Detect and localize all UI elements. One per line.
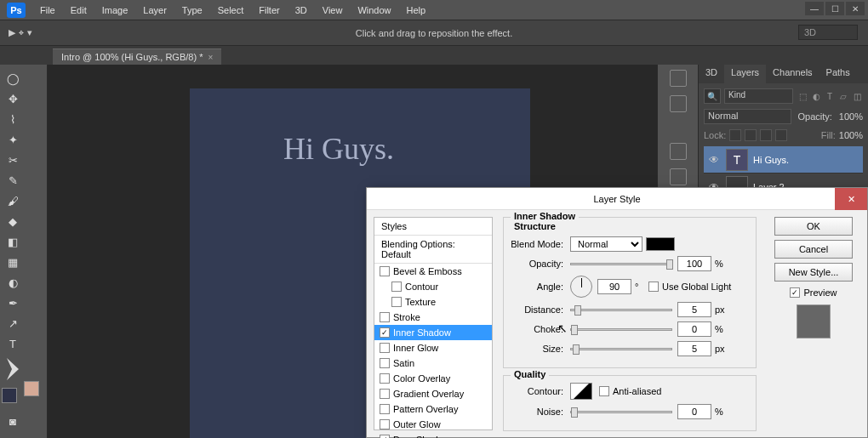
angle-input[interactable] (597, 279, 631, 294)
preview-checkbox[interactable] (790, 287, 800, 298)
dock-icon[interactable] (670, 95, 687, 112)
filter-shape-icon[interactable]: ▱ (837, 90, 849, 102)
lock-trans-icon[interactable] (729, 129, 741, 141)
menu-3d[interactable]: 3D (288, 0, 315, 20)
style-checkbox[interactable] (380, 312, 390, 322)
panel-tab-layers[interactable]: Layers (724, 65, 766, 83)
mode-3d-select[interactable]: 3D (798, 25, 858, 40)
style-checkbox[interactable] (380, 404, 390, 414)
shadow-color-swatch[interactable] (646, 237, 675, 251)
ok-button[interactable]: OK (774, 217, 853, 236)
dialog-close-button[interactable]: ✕ (835, 188, 867, 210)
layer-row[interactable]: 👁THi Guys. (704, 146, 863, 173)
filter-image-icon[interactable]: ⬚ (797, 90, 808, 102)
filter-search-icon[interactable]: 🔍 (704, 88, 721, 104)
panel-tab-channels[interactable]: Channels (766, 65, 819, 83)
choke-input[interactable] (677, 321, 711, 337)
size-slider[interactable] (570, 348, 672, 350)
fill-value[interactable]: 100% (839, 130, 863, 140)
dock-icon[interactable] (670, 70, 687, 87)
marquee-tool[interactable]: ◯ (3, 69, 23, 88)
menu-help[interactable]: Help (399, 0, 434, 20)
shape-tool[interactable] (3, 355, 23, 384)
menu-edit[interactable]: Edit (63, 0, 94, 20)
menu-filter[interactable]: Filter (251, 0, 287, 20)
screen-mode-icon[interactable]: ⬚ (3, 432, 23, 438)
stamp-tool[interactable]: ◆ (3, 212, 23, 230)
style-texture[interactable]: Texture (374, 294, 492, 310)
style-checkbox[interactable] (391, 297, 402, 307)
background-swatch[interactable] (24, 381, 39, 396)
dodge-tool[interactable]: ◐ (3, 273, 23, 292)
type-tool[interactable]: T (3, 334, 23, 353)
style-checkbox[interactable] (380, 343, 390, 353)
style-checkbox[interactable] (380, 435, 390, 438)
style-checkbox[interactable] (380, 419, 390, 429)
move-tool[interactable]: ✥ (3, 89, 23, 108)
close-button[interactable]: ✕ (846, 2, 865, 15)
menu-layer[interactable]: Layer (135, 0, 174, 20)
lock-all-icon[interactable] (775, 129, 787, 141)
style-inner-glow[interactable]: Inner Glow (374, 340, 492, 356)
menu-view[interactable]: View (315, 0, 351, 20)
crop-tool[interactable]: ✂ (3, 151, 23, 169)
style-inner-shadow[interactable]: Inner Shadow (374, 325, 492, 340)
blend-mode-select[interactable]: Normal (704, 109, 791, 124)
style-checkbox[interactable] (380, 266, 390, 276)
style-contour[interactable]: Contour (374, 279, 492, 294)
style-color-overlay[interactable]: Color Overlay (374, 371, 492, 386)
style-checkbox[interactable] (380, 358, 390, 368)
style-outer-glow[interactable]: Outer Glow (374, 417, 492, 432)
quick-mask-icon[interactable]: ◙ (3, 412, 23, 430)
choke-slider[interactable] (570, 328, 672, 331)
style-bevel-emboss[interactable]: Bevel & Emboss (374, 264, 492, 279)
menu-file[interactable]: File (32, 0, 63, 20)
dock-icon[interactable] (670, 168, 687, 185)
filter-type-icon[interactable]: T (824, 90, 836, 102)
distance-input[interactable] (677, 302, 711, 317)
panel-tab-3d[interactable]: 3D (699, 65, 724, 83)
opacity-slider[interactable] (570, 263, 672, 265)
style-pattern-overlay[interactable]: Pattern Overlay (374, 401, 492, 417)
document-tab[interactable]: Intro @ 100% (Hi Guys., RGB/8) * × (53, 48, 221, 65)
filter-adjust-icon[interactable]: ◐ (810, 90, 822, 102)
style-checkbox[interactable] (380, 327, 390, 338)
panel-tab-paths[interactable]: Paths (819, 65, 857, 83)
style-satin[interactable]: Satin (374, 356, 492, 371)
opacity-value[interactable]: 100% (839, 111, 863, 122)
cancel-button[interactable]: Cancel (774, 240, 853, 259)
opacity-input[interactable] (677, 256, 711, 271)
eyedropper-tool[interactable]: ✎ (3, 171, 23, 190)
menu-image[interactable]: Image (94, 0, 136, 20)
contour-swatch[interactable] (570, 383, 592, 400)
lock-position-icon[interactable] (760, 129, 772, 141)
angle-dial[interactable] (570, 276, 592, 298)
visibility-icon[interactable]: 👁 (707, 154, 721, 166)
style-drop-shadow[interactable]: Drop Shadow (374, 432, 492, 438)
lasso-tool[interactable]: ⌇ (3, 110, 23, 128)
style-stroke[interactable]: Stroke (374, 310, 492, 325)
distance-slider[interactable] (570, 309, 672, 311)
pen-tool[interactable]: ✒ (3, 293, 23, 312)
noise-slider[interactable] (570, 411, 672, 413)
new-style-button[interactable]: New Style... (774, 263, 853, 282)
wand-tool[interactable]: ✦ (3, 130, 23, 149)
path-tool[interactable]: ↗ (3, 314, 23, 333)
filter-smart-icon[interactable]: ◫ (851, 90, 863, 102)
maximize-button[interactable]: ☐ (825, 2, 844, 15)
minimize-button[interactable]: — (805, 2, 824, 15)
style-checkbox[interactable] (380, 373, 390, 384)
eraser-tool[interactable]: ◧ (3, 232, 23, 251)
layer-thumb[interactable]: T (726, 149, 748, 171)
brush-tool[interactable]: 🖌 (3, 191, 23, 210)
size-input[interactable] (677, 341, 711, 356)
kind-select[interactable]: Kind (724, 88, 793, 104)
antialias-checkbox[interactable] (599, 386, 609, 396)
foreground-swatch[interactable] (2, 388, 17, 403)
blend-mode-select[interactable]: Normal (570, 236, 642, 252)
noise-input[interactable] (677, 404, 711, 419)
dock-icon[interactable] (670, 143, 687, 160)
gradient-tool[interactable]: ▦ (3, 253, 23, 271)
styles-header[interactable]: Styles (374, 218, 492, 236)
menu-window[interactable]: Window (350, 0, 398, 20)
